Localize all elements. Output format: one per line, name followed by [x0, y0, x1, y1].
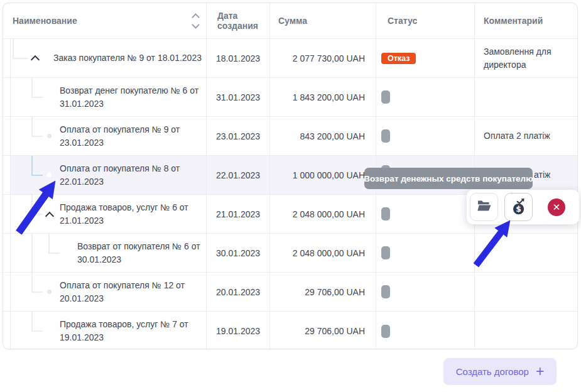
- row-gutter: [3, 78, 11, 116]
- sort-chevrons-icon[interactable]: [193, 14, 198, 28]
- row-gutter: [3, 195, 11, 233]
- documents-tree-table-screen: Наименование Дата создания Сумма Статус …: [0, 0, 581, 392]
- comment-cell: [475, 273, 577, 311]
- name-cell: Заказ покупателя № 9 от 18.01.2023: [11, 39, 207, 77]
- name-cell: Продажа товаров, услуг № 7 от 19.01.2023: [11, 312, 207, 349]
- sum-cell: 843 200,00 UAH: [270, 117, 376, 155]
- table-row[interactable]: Возврат от покупателя № 6 от 30.01.2023 …: [3, 234, 577, 273]
- status-cell: [376, 78, 475, 116]
- date-cell: 21.01.2023: [207, 195, 270, 233]
- name-cell: Оплата от покупателя № 9 от 23.01.2023: [11, 117, 207, 155]
- status-cell: [376, 195, 475, 233]
- sum-cell: 2 077 730,00 UAH: [270, 39, 376, 77]
- document-name: Продажа товаров, услуг № 6 от 21.01.2023: [60, 201, 205, 227]
- table-row[interactable]: Продажа товаров, услуг № 7 от 19.01.2023…: [3, 312, 577, 349]
- comment-cell: Замовлення для директора: [475, 39, 577, 77]
- status-badge-placeholder: [381, 246, 390, 259]
- folder-open-icon: [477, 199, 492, 215]
- column-header-comment-label: Комментарий: [484, 16, 543, 26]
- name-cell: Возврат от покупателя № 6 от 30.01.2023: [11, 234, 207, 272]
- status-badge-placeholder: [381, 129, 390, 143]
- date-cell: 31.01.2023: [207, 78, 270, 116]
- column-header-name-label: Наименование: [13, 16, 77, 26]
- name-cell: Продажа товаров, услуг № 6 от 21.01.2023: [11, 195, 207, 233]
- sum-cell: 2 048 000,00 UAH: [270, 195, 376, 233]
- status-cell: [376, 117, 475, 155]
- status-cell: [376, 234, 475, 272]
- row-gutter: [3, 312, 11, 349]
- document-name: Оплата от покупателя № 9 от 23.01.2023: [60, 123, 205, 150]
- create-contract-label: Создать договор: [456, 366, 529, 377]
- row-actions-panel: $ ✕: [467, 190, 579, 224]
- close-icon: ✕: [553, 202, 561, 213]
- status-badge-placeholder: [381, 207, 390, 220]
- column-header-sum: Сумма: [270, 3, 376, 38]
- column-header-date-label: Дата создания: [217, 11, 269, 31]
- payment-bullet-icon: [47, 290, 52, 294]
- open-folder-button[interactable]: [470, 193, 498, 221]
- name-cell: Возврат денег покупателю № 6 от 31.01.20…: [11, 78, 207, 116]
- column-header-comment: Комментарий: [475, 3, 577, 38]
- table-row[interactable]: Оплата от покупателя № 9 от 23.01.2023 2…: [3, 117, 577, 156]
- status-badge-placeholder: [381, 90, 390, 104]
- sum-cell: 29 706,00 UAH: [270, 312, 376, 349]
- status-cell: [376, 312, 475, 349]
- table-row[interactable]: Заказ покупателя № 9 от 18.01.2023 18.01…: [3, 39, 577, 78]
- document-name: Продажа товаров, услуг № 7 от 19.01.2023: [60, 318, 205, 344]
- document-name: Заказ покупателя № 9 от 18.01.2023: [53, 52, 202, 65]
- collapse-chevron-icon[interactable]: [31, 55, 40, 64]
- date-cell: 19.01.2023: [207, 312, 270, 349]
- plus-icon: +: [536, 365, 544, 378]
- table-row[interactable]: Оплата от покупателя № 12 от 20.01.2023 …: [3, 273, 577, 312]
- comment-cell: [475, 78, 577, 116]
- date-cell: 22.01.2023: [207, 156, 270, 194]
- date-cell: 18.01.2023: [207, 39, 270, 77]
- row-gutter: [3, 156, 11, 194]
- payment-bullet-icon: [47, 173, 52, 177]
- column-header-status: Статус: [376, 3, 475, 38]
- date-cell: 23.01.2023: [207, 117, 270, 155]
- document-name: Возврат от покупателя № 6 от 30.01.2023: [77, 240, 206, 266]
- date-cell: 20.01.2023: [207, 273, 270, 311]
- column-header-date: Дата создания: [207, 3, 270, 38]
- close-button[interactable]: ✕: [548, 199, 565, 216]
- status-cell: [376, 273, 475, 311]
- status-badge-placeholder: [381, 285, 390, 298]
- column-header-name: Наименование: [3, 3, 207, 38]
- name-cell: Оплата от покупателя № 12 от 20.01.2023: [11, 273, 207, 311]
- tooltip-text: Возврат денежных средств покупателю: [364, 174, 533, 183]
- table-row[interactable]: Возврат денег покупателю № 6 от 31.01.20…: [3, 78, 577, 117]
- payment-bullet-icon: [47, 134, 52, 138]
- row-gutter: [3, 39, 11, 77]
- create-contract-button[interactable]: Создать договор +: [443, 358, 557, 385]
- comment-text: Замовлення для директора: [484, 45, 577, 72]
- collapse-chevron-icon[interactable]: [45, 212, 54, 220]
- row-gutter: [3, 273, 11, 311]
- row-gutter: [3, 117, 11, 155]
- document-name: Оплата от покупателя № 12 от 20.01.2023: [60, 279, 205, 305]
- date-cell: 30.01.2023: [207, 234, 270, 272]
- svg-text:$: $: [516, 204, 521, 214]
- row-gutter: [3, 234, 11, 272]
- comment-cell: [475, 312, 577, 349]
- column-header-sum-label: Сумма: [278, 16, 307, 26]
- sum-cell: 1 000 000,00 UAH: [270, 156, 376, 194]
- table-header-row: Наименование Дата создания Сумма Статус …: [3, 3, 577, 39]
- money-refund-button[interactable]: $: [504, 193, 533, 221]
- sum-cell: 29 706,00 UAH: [270, 273, 376, 311]
- comment-cell: [475, 234, 577, 272]
- comment-text-partial: атіж: [534, 168, 550, 182]
- tooltip: Возврат денежных средств покупателю: [364, 168, 533, 189]
- status-badge-placeholder: [381, 325, 390, 338]
- comment-text: Оплата 2 платіж: [484, 129, 550, 143]
- sum-cell: 2 048 000,00 UAH: [270, 234, 376, 272]
- column-header-status-label: Статус: [388, 16, 417, 26]
- status-cell: Отказ: [376, 39, 475, 77]
- money-refund-icon: $: [511, 197, 527, 217]
- comment-cell: Оплата 2 платіж: [475, 117, 577, 155]
- status-badge-reject: Отказ: [381, 53, 416, 64]
- name-cell: Оплата от покупателя № 8 от 22.01.2023: [11, 156, 207, 194]
- document-name: Оплата от покупателя № 8 от 22.01.2023: [60, 162, 205, 188]
- document-name: Возврат денег покупателю № 6 от 31.01.20…: [60, 84, 205, 111]
- sum-cell: 1 843 200,00 UAH: [270, 78, 376, 116]
